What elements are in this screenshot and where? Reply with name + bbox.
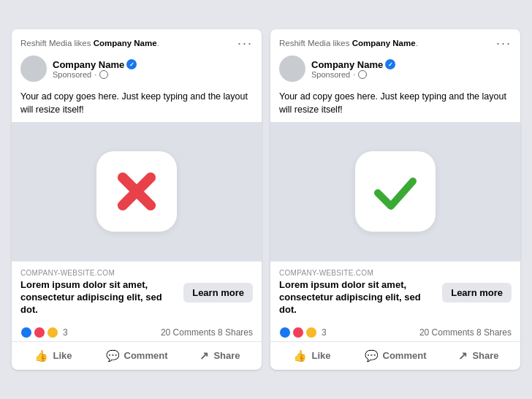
reaction-dots-2 <box>279 327 317 338</box>
page-name-row-2: Company Name ✓ <box>311 59 395 70</box>
ad-copy-2: Your ad copy goes here. Just keep typing… <box>270 86 520 122</box>
likes-line: Reshift Media likes Company Name. ··· <box>20 37 253 50</box>
x-icon <box>113 168 160 215</box>
website-label-2: COMPANY-WEBSITE.COM <box>279 269 436 277</box>
comments-shares-2: 20 Comments 8 Shares <box>419 327 512 338</box>
verified-icon-2: ✓ <box>385 59 395 69</box>
learn-more-button-2[interactable]: Learn more <box>442 283 512 303</box>
like-button-2[interactable]: 👍 Like <box>270 343 354 368</box>
ad-copy: Your ad copy goes here. Just keep typing… <box>12 86 262 122</box>
page-info: Company Name ✓ Sponsored · <box>20 56 253 82</box>
sponsored-row: Sponsored · <box>53 70 137 79</box>
card-actions: 👍 Like 💬 Comment ↗ Share <box>12 341 262 370</box>
sponsored-label-2: Sponsored <box>311 70 350 79</box>
avatar-2 <box>279 56 305 82</box>
comment-button-2[interactable]: 💬 Comment <box>354 343 437 368</box>
cta-headline: Lorem ipsum dolor sit amet, consectetur … <box>20 279 178 316</box>
card-actions-2: 👍 Like 💬 Comment ↗ Share <box>270 341 520 370</box>
check-icon <box>372 168 419 215</box>
page-name-row: Company Name ✓ <box>53 59 137 70</box>
card-cta-2: COMPANY-WEBSITE.COM Lorem ipsum dolor si… <box>270 261 520 324</box>
globe-icon <box>99 70 108 79</box>
like-icon: 👍 <box>34 349 48 362</box>
cta-headline-2: Lorem ipsum dolor sit amet, consectetur … <box>279 279 436 316</box>
reaction-dot-blue-2 <box>279 327 291 338</box>
globe-icon-2 <box>358 70 367 79</box>
reaction-dot-red-2 <box>292 327 304 338</box>
card-good: Reshift Media likes Company Name. ··· Co… <box>270 29 520 370</box>
reaction-dot-yellow-2 <box>305 327 317 338</box>
avatar <box>20 56 47 82</box>
card-bad: Reshift Media likes Company Name. ··· Co… <box>12 29 262 370</box>
check-icon-box <box>355 151 436 232</box>
share-icon-2: ↗ <box>458 349 468 362</box>
verified-icon: ✓ <box>126 59 137 69</box>
card-header: Reshift Media likes Company Name. ··· Co… <box>12 29 262 86</box>
reaction-row-2: 3 <box>279 327 327 338</box>
likes-line-2: Reshift Media likes Company Name. ··· <box>279 37 512 50</box>
like-button[interactable]: 👍 Like <box>12 343 95 368</box>
reaction-row: 3 <box>20 327 68 338</box>
reaction-dot-red <box>34 327 45 338</box>
like-icon-2: 👍 <box>293 349 307 362</box>
page-meta: Company Name ✓ Sponsored · <box>53 59 137 79</box>
card-image <box>12 122 262 261</box>
sponsored-label: Sponsored <box>53 70 91 79</box>
comments-shares: 20 Comments 8 Shares <box>161 327 253 338</box>
card-cta: COMPANY-WEBSITE.COM Lorem ipsum dolor si… <box>12 261 262 324</box>
share-button[interactable]: ↗ Share <box>178 343 262 368</box>
likes-text: Reshift Media likes Company Name. <box>20 39 159 48</box>
options-menu-icon-2[interactable]: ··· <box>496 37 512 50</box>
page-info-2: Company Name ✓ Sponsored · <box>279 56 512 82</box>
x-icon-box <box>96 151 177 232</box>
options-menu-icon[interactable]: ··· <box>238 37 253 50</box>
share-button-2[interactable]: ↗ Share <box>437 343 520 368</box>
comment-icon-2: 💬 <box>365 349 379 362</box>
cta-left: COMPANY-WEBSITE.COM Lorem ipsum dolor si… <box>20 269 178 316</box>
reaction-count: 3 <box>63 327 68 338</box>
cards-wrapper: Reshift Media likes Company Name. ··· Co… <box>12 29 520 370</box>
reaction-dot-yellow <box>47 327 58 338</box>
page-meta-2: Company Name ✓ Sponsored · <box>311 59 395 79</box>
reaction-dot-blue <box>20 327 32 338</box>
page-name-2: Company Name <box>311 59 383 70</box>
share-icon: ↗ <box>200 349 209 362</box>
reaction-dots <box>20 327 58 338</box>
card-header-2: Reshift Media likes Company Name. ··· Co… <box>270 29 520 86</box>
likes-text-2: Reshift Media likes Company Name. <box>279 39 418 48</box>
page-name: Company Name <box>53 59 124 70</box>
comment-button[interactable]: 💬 Comment <box>95 343 178 368</box>
website-label: COMPANY-WEBSITE.COM <box>20 269 178 277</box>
card-reactions-2: 3 20 Comments 8 Shares <box>270 324 520 341</box>
card-image-2 <box>270 122 520 261</box>
learn-more-button[interactable]: Learn more <box>183 283 253 303</box>
comment-icon: 💬 <box>106 349 120 362</box>
cta-left-2: COMPANY-WEBSITE.COM Lorem ipsum dolor si… <box>279 269 436 316</box>
sponsored-row-2: Sponsored · <box>311 70 395 79</box>
card-reactions: 3 20 Comments 8 Shares <box>12 324 262 341</box>
reaction-count-2: 3 <box>322 327 327 338</box>
